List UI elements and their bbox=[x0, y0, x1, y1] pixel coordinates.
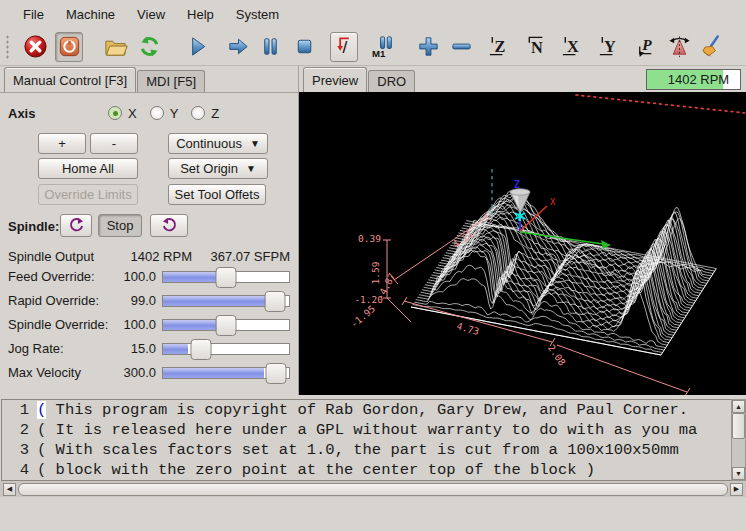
slider-label: Max Velocity bbox=[8, 365, 81, 380]
spindle-rpm-value: 1402 RPM bbox=[120, 249, 192, 264]
slider-track[interactable] bbox=[162, 271, 290, 283]
gcode-line-number: 2 bbox=[2, 420, 29, 440]
jog-mode-dropdown[interactable]: Continuous▼ bbox=[168, 133, 268, 154]
zoom-in-icon bbox=[416, 34, 441, 59]
gcode-listing[interactable]: 1( This program is copyright of Rab Gord… bbox=[1, 399, 731, 481]
slider-track[interactable] bbox=[162, 319, 290, 331]
z-axis-label: Z bbox=[514, 179, 520, 190]
horizontal-scroll-thumb[interactable] bbox=[18, 483, 728, 496]
slider-handle[interactable] bbox=[216, 267, 237, 288]
rotate-cone-icon bbox=[667, 34, 692, 59]
view-side-button[interactable]: X bbox=[558, 32, 586, 62]
preview-canvas[interactable]: 0.391.59-1.20-4.87-1.954.214.732.08XZ bbox=[299, 92, 746, 395]
slider-value: 100.0 bbox=[100, 269, 156, 284]
svg-text:/: / bbox=[342, 37, 347, 57]
gcode-horizontal-scrollbar[interactable]: ◀ ▶ bbox=[0, 481, 746, 497]
gcode-line: 1( This program is copyright of Rab Gord… bbox=[2, 400, 731, 420]
skip-lines-button[interactable]: / bbox=[330, 32, 358, 62]
gcode-line-text: ( This program is copyright of Rab Gordo… bbox=[37, 400, 688, 420]
slider-label: Jog Rate: bbox=[8, 341, 64, 356]
spindle-label: Spindle: bbox=[8, 219, 59, 234]
menu-system[interactable]: System bbox=[225, 2, 290, 27]
clear-plot-button[interactable] bbox=[698, 32, 726, 62]
zoom-out-button[interactable] bbox=[447, 32, 475, 62]
menu-machine[interactable]: Machine bbox=[55, 2, 126, 27]
slider-handle[interactable] bbox=[216, 315, 237, 336]
clear-broom-icon bbox=[700, 34, 725, 59]
tab-preview[interactable]: Preview bbox=[303, 67, 367, 92]
menu-help[interactable]: Help bbox=[176, 2, 225, 27]
slider-track[interactable] bbox=[162, 343, 290, 355]
triangle-left-icon: ◀ bbox=[7, 485, 12, 493]
dimension-label-z_extent: 1.59 bbox=[370, 261, 381, 284]
zoom-in-button[interactable] bbox=[414, 32, 442, 62]
scroll-down-button[interactable]: ▼ bbox=[732, 467, 745, 480]
triangle-down-icon: ▼ bbox=[735, 470, 742, 477]
slider-track[interactable] bbox=[162, 367, 290, 379]
menu-view[interactable]: View bbox=[126, 2, 176, 27]
stop-program-button[interactable] bbox=[290, 32, 318, 62]
pause-program-button[interactable] bbox=[256, 32, 284, 62]
set-tool-offsets-button[interactable]: Set Tool Offets bbox=[168, 184, 266, 205]
spindle-ccw-icon bbox=[68, 217, 85, 234]
run-program-button[interactable] bbox=[183, 32, 211, 62]
scroll-up-button[interactable]: ▲ bbox=[732, 400, 745, 413]
view-front-button[interactable]: Y bbox=[595, 32, 623, 62]
spindle-sfpm-value: 367.07 SFPM bbox=[200, 249, 290, 264]
slider-fill bbox=[163, 344, 188, 354]
slider-value: 99.0 bbox=[100, 293, 156, 308]
open-file-button[interactable] bbox=[101, 32, 129, 62]
axis-row: Axis X Y Z bbox=[0, 103, 298, 123]
tab-mdi[interactable]: MDI [F5] bbox=[137, 70, 205, 92]
gcode-line-text: ( block with the zero point at the cente… bbox=[37, 460, 595, 480]
vertical-scroll-thumb[interactable] bbox=[732, 413, 745, 439]
scroll-left-button[interactable]: ◀ bbox=[3, 483, 16, 496]
spindle-stop-button[interactable]: Stop bbox=[98, 214, 142, 237]
dimension-label-corner: -1.95 bbox=[348, 303, 377, 330]
home-all-button[interactable]: Home All bbox=[38, 158, 138, 179]
reload-file-button[interactable] bbox=[135, 32, 163, 62]
view-top-button[interactable]: Z bbox=[485, 32, 513, 62]
chevron-down-icon: ▼ bbox=[250, 138, 260, 149]
gcode-line-text: ( With scales factors set at 1.0, the pa… bbox=[37, 440, 679, 460]
slider-track[interactable] bbox=[162, 295, 290, 307]
gcode-vertical-scrollbar[interactable]: ▲ ▼ bbox=[731, 399, 746, 481]
slider-value: 15.0 bbox=[100, 341, 156, 356]
tab-dro[interactable]: DRO bbox=[368, 70, 415, 92]
play-icon bbox=[185, 34, 210, 59]
machine-power-button[interactable] bbox=[55, 32, 83, 62]
toolbar-grip[interactable] bbox=[5, 34, 10, 60]
svg-text:Z: Z bbox=[494, 37, 505, 56]
axis-y-label: Y bbox=[170, 106, 179, 121]
gcode-line-number: 1 bbox=[2, 400, 29, 420]
estop-button[interactable] bbox=[21, 32, 49, 62]
set-origin-dropdown[interactable]: Set Origin▼ bbox=[168, 158, 268, 179]
slider-label: Rapid Override: bbox=[8, 293, 99, 308]
rotate-view-button[interactable] bbox=[665, 32, 693, 62]
view-perspective-button[interactable]: P bbox=[631, 32, 659, 62]
jog-plus-button[interactable]: + bbox=[38, 133, 86, 154]
axis-x-radio[interactable] bbox=[108, 106, 122, 120]
jog-minus-button[interactable]: - bbox=[90, 133, 138, 154]
axis-z-radio[interactable] bbox=[191, 106, 205, 120]
axis-z-label: Z bbox=[211, 106, 219, 121]
slider-handle[interactable] bbox=[266, 363, 287, 384]
spindle-forward-button[interactable] bbox=[150, 214, 188, 237]
spindle-reverse-button[interactable] bbox=[60, 214, 92, 237]
gcode-line: 3( With scales factors set at 1.0, the p… bbox=[2, 440, 731, 460]
view-top-rotated-button[interactable]: N bbox=[522, 32, 550, 62]
step-line-button[interactable] bbox=[224, 32, 252, 62]
slider-row: Spindle Override:100.0 bbox=[0, 313, 298, 337]
stop-icon bbox=[292, 34, 317, 59]
optional-pause-button[interactable]: M1 bbox=[368, 32, 396, 62]
tab-manual-control[interactable]: Manual Control [F3] bbox=[4, 67, 136, 92]
slider-value: 300.0 bbox=[100, 365, 156, 380]
status-bar bbox=[0, 497, 746, 531]
menu-file[interactable]: File bbox=[12, 2, 55, 27]
slider-fill bbox=[163, 272, 216, 282]
slider-handle[interactable] bbox=[190, 339, 211, 360]
scroll-right-button[interactable]: ▶ bbox=[730, 483, 743, 496]
axis-y-radio[interactable] bbox=[150, 106, 164, 120]
gcode-line: 4( block with the zero point at the cent… bbox=[2, 460, 731, 480]
slider-handle[interactable] bbox=[265, 291, 286, 312]
